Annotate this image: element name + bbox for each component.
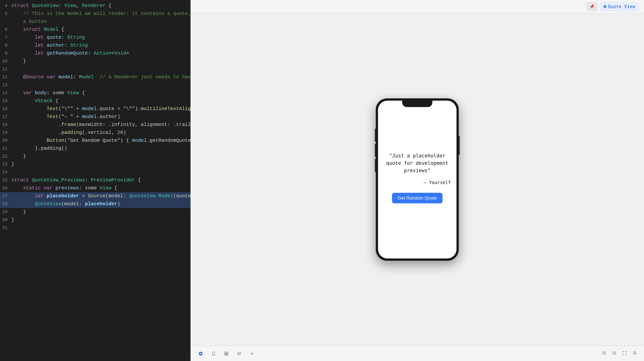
code-line: a button [0, 18, 190, 26]
code-line: 21 }.padding() [0, 145, 190, 153]
code-line: 6 struct Model { [0, 26, 190, 34]
code-line: 12 @Source var model: Model // A Rendere… [0, 73, 190, 81]
line-number: 17 [0, 113, 11, 121]
line-content: struct QuoteView_Previews: PreviewProvid… [11, 176, 187, 184]
line-content: QuoteView(model: placeholder) [11, 200, 187, 208]
svg-point-8 [252, 353, 252, 354]
phone-side-button-right [459, 136, 460, 155]
line-number: 12 [0, 74, 11, 81]
code-line: 20 Button("Get Random Quote") { model.ge… [0, 137, 190, 145]
line-content: let placeholder = Source(model: QuoteVie… [11, 192, 190, 200]
get-random-quote-button[interactable]: Get Random Quote [392, 193, 442, 203]
code-line: 9 let getRandomQuote: Action<Void> [0, 50, 190, 57]
quote-view-tab[interactable]: Quote View [600, 3, 638, 11]
phone-screen: "Just a placeholder quote for developmen… [378, 101, 456, 258]
zoom-out-button[interactable] [611, 350, 618, 357]
svg-rect-5 [226, 352, 228, 353]
line-number: 18 [0, 121, 11, 128]
line-number: 25 [0, 177, 11, 184]
line-content: a button [11, 18, 187, 26]
code-line: 24 [0, 168, 190, 176]
phone-notch [402, 101, 432, 107]
device-button[interactable] [209, 349, 218, 358]
grid-button[interactable] [222, 349, 231, 358]
line-number: 20 [0, 137, 11, 144]
line-number: 26 [0, 185, 11, 192]
line-number: 14 [0, 90, 11, 97]
line-content: } [11, 208, 187, 216]
line-content: // This is the model we will render: it … [11, 10, 190, 18]
svg-text:1:1: 1:1 [634, 352, 636, 354]
code-line: 29 } [0, 208, 190, 216]
line-number: 6 [0, 26, 11, 33]
quote-author: — Yourself [384, 180, 451, 185]
zoom-in-button[interactable] [600, 350, 608, 357]
svg-rect-6 [225, 354, 226, 355]
code-line: 15 VStack { [0, 97, 190, 105]
code-line: 30} [0, 216, 190, 224]
phone-mockup: "Just a placeholder quote for developmen… [376, 98, 459, 261]
quote-text: "Just a placeholder quote for developmen… [384, 152, 451, 174]
code-line: 26 static var previews: some View { [0, 184, 190, 192]
line-number: 4 [0, 2, 11, 10]
code-line: 17 Text("— " + model.author) [0, 113, 190, 121]
line-number: 21 [0, 145, 11, 152]
zoom-fit-button[interactable] [621, 350, 628, 357]
preview-bottom-toolbar: 1:1 [190, 346, 644, 361]
line-content [11, 168, 187, 176]
code-line: 7 let quote: String [0, 34, 190, 42]
svg-line-10 [605, 354, 606, 355]
zoom-original-button[interactable]: 1:1 [631, 350, 638, 357]
line-content: let author: String [11, 42, 187, 50]
preview-toolbar: 📌 Quote View [190, 0, 644, 13]
phone-side-button-bot [375, 159, 376, 172]
code-line: 22 } [0, 153, 190, 161]
line-content: }.padding() [11, 145, 187, 153]
svg-rect-7 [226, 354, 228, 355]
layers-button[interactable] [235, 349, 244, 358]
line-content: struct Model { [11, 26, 187, 34]
line-content: static var previews: some View { [11, 184, 187, 192]
line-content: } [11, 153, 187, 161]
line-number: 10 [0, 58, 11, 65]
play-button[interactable] [196, 349, 205, 358]
line-content: let getRandomQuote: Action<Void> [11, 50, 187, 57]
line-content: } [11, 57, 187, 65]
line-content: .padding(.vertical, 20) [11, 129, 187, 137]
line-content: VStack { [11, 97, 187, 105]
line-number: 29 [0, 208, 11, 216]
line-content: Text("— " + model.author) [11, 113, 187, 121]
line-content: var body: some View { [11, 89, 187, 97]
code-line: 31 [0, 224, 190, 232]
line-number: 15 [0, 97, 11, 105]
line-number: 23 [0, 161, 11, 168]
settings-button[interactable] [248, 349, 256, 358]
line-number: 8 [0, 42, 11, 49]
line-number: 24 [0, 169, 11, 176]
line-number: 31 [0, 224, 11, 231]
phone-side-button-mid [375, 144, 376, 157]
line-content: Button("Get Random Quote") { model.getRa… [11, 137, 190, 145]
code-line: 18 .frame(maxWidth: .infinity, alignment… [0, 121, 190, 129]
svg-point-3 [213, 354, 214, 355]
line-number: 9 [0, 50, 11, 57]
line-number: 7 [0, 34, 11, 41]
code-line: 25struct QuoteView_Previews: PreviewProv… [0, 176, 190, 184]
code-line: 28 QuoteView(model: placeholder) [0, 200, 190, 208]
line-content: } [11, 216, 187, 224]
code-line: 4struct QuoteView: View, Renderer { [0, 2, 190, 10]
code-line: 27 let placeholder = Source(model: Quote… [0, 192, 190, 200]
pin-icon: 📌 [589, 4, 594, 9]
code-editor[interactable]: 4struct QuoteView: View, Renderer {5 // … [0, 0, 190, 361]
code-line: 10 } [0, 57, 190, 65]
line-content [11, 81, 187, 89]
line-number: 28 [0, 200, 11, 208]
phone-side-button-top [375, 129, 376, 142]
line-number: 11 [0, 66, 11, 73]
line-content: @Source var model: Model // A Renderer j… [11, 73, 190, 81]
line-number: 19 [0, 129, 11, 136]
code-line: 8 let author: String [0, 42, 190, 50]
preview-panel: 📌 Quote View "Just a placeholder quote f… [190, 0, 644, 361]
tab-label: Quote View [608, 4, 635, 9]
pin-button[interactable]: 📌 [587, 3, 597, 11]
